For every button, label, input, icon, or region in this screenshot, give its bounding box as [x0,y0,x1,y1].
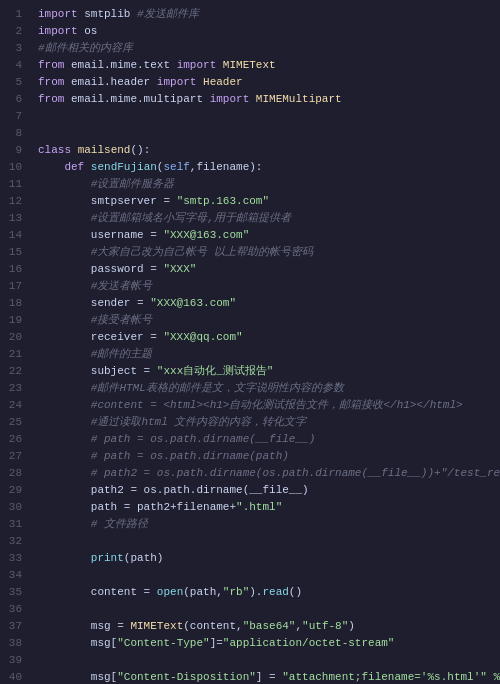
token-str: "utf-8" [302,618,348,635]
code-line: path = path2+filename+".html" [38,499,492,516]
token-kw: def [64,159,84,176]
code-line: print(path) [38,550,492,567]
token-plain [249,91,256,108]
line-number: 11 [4,176,22,193]
code-line: #邮件的主题 [38,346,492,363]
code-line: msg["Content-Type"]="application/octet-s… [38,635,492,652]
token-str: "base64" [243,618,296,635]
line-number: 1 [4,6,22,23]
code-line: class mailsend(): [38,142,492,159]
token-plain: __file__) [249,482,308,499]
token-plain [38,380,91,397]
line-number: 35 [4,584,22,601]
token-plain [196,74,203,91]
line-number: 27 [4,448,22,465]
token-str: "Content-Type" [117,635,209,652]
token-plain [38,516,91,533]
token-plain [38,550,91,567]
line-number: 26 [4,431,22,448]
token-kw: import [157,74,197,91]
token-fn: open [157,584,183,601]
line-number: 23 [4,380,22,397]
code-line [38,108,492,125]
token-plain: () [289,584,302,601]
code-line: #通过读取html 文件内容的内容，转化文字 [38,414,492,431]
code-line [38,125,492,142]
line-number: 18 [4,295,22,312]
line-number: 36 [4,601,22,618]
token-plain: os [78,23,98,40]
token-plain [38,397,91,414]
token-cm: #接受者帐号 [91,312,153,329]
token-str: "rb" [223,584,249,601]
token-plain: subject = [38,363,157,380]
token-plain [38,278,91,295]
token-plain: path = path2+filename+ [38,499,236,516]
token-fn: read [262,584,288,601]
token-plain [38,346,91,363]
token-plain: ). [249,584,262,601]
token-cm: #邮件HTML表格的邮件是文，文字说明性内容的参数 [91,380,344,397]
code-line: def sendFujian(self,filename): [38,159,492,176]
line-number: 6 [4,91,22,108]
token-plain: email.mime.text [64,57,176,74]
code-line: # 文件路径 [38,516,492,533]
token-cls: mailsend [78,142,131,159]
token-plain [38,431,91,448]
token-plain [38,159,64,176]
token-cls: MIMEMultipart [256,91,342,108]
token-cls: Header [203,74,243,91]
code-line: #大家自己改为自己帐号 以上帮助的帐号密码 [38,244,492,261]
token-plain: ,filename): [190,159,263,176]
token-plain [71,142,78,159]
code-line: import smtplib #发送邮件库 [38,6,492,23]
token-plain: (content, [183,618,242,635]
token-plain: msg[ [38,669,117,684]
token-cm: #content = <html><h1>自动化测试报告文件，邮箱接收</h1>… [91,397,463,414]
token-plain [38,414,91,431]
token-cm: # path = os.path.dirname(path) [91,448,289,465]
token-str: "attachment;filename='%s.html'" %filenam… [282,669,500,684]
line-number: 38 [4,635,22,652]
code-content[interactable]: import smtplib #发送邮件库import os#邮件相关的内容库f… [30,0,500,684]
code-line: from email.mime.multipart import MIMEMul… [38,91,492,108]
line-number: 34 [4,567,22,584]
line-number: 17 [4,278,22,295]
token-plain: (path, [183,584,223,601]
line-number: 9 [4,142,22,159]
token-kw: import [177,57,217,74]
code-line: smtpserver = "smtp.163.com" [38,193,492,210]
token-plain: , [295,618,302,635]
code-line: #设置邮件服务器 [38,176,492,193]
token-plain: smtpserver = [38,193,177,210]
token-plain: (): [130,142,150,159]
token-plain: password = [38,261,163,278]
line-number: 7 [4,108,22,125]
token-plain: ( [157,159,164,176]
token-kw: from [38,91,64,108]
line-number: 37 [4,618,22,635]
token-kw: import [210,91,250,108]
token-cm: # path = os.path.dirname(__file__) [91,431,315,448]
code-line: #content = <html><h1>自动化测试报告文件，邮箱接收</h1>… [38,397,492,414]
line-number: 19 [4,312,22,329]
token-str: "XXX@qq.com" [163,329,242,346]
line-number: 32 [4,533,22,550]
code-line: msg = MIMEText(content,"base64","utf-8") [38,618,492,635]
line-number: 12 [4,193,22,210]
code-line: import os [38,23,492,40]
line-number: 4 [4,57,22,74]
code-line: content = open(path,"rb").read() [38,584,492,601]
token-cm: #设置邮件服务器 [91,176,175,193]
line-number: 16 [4,261,22,278]
line-number: 14 [4,227,22,244]
code-line: from email.mime.text import MIMEText [38,57,492,74]
line-number-gutter: 1234567891011121314151617181920212223242… [0,0,30,684]
code-line: #设置邮箱域名小写字母,用于邮箱提供者 [38,210,492,227]
code-line: receiver = "XXX@qq.com" [38,329,492,346]
token-str: "XXX@163.com" [163,227,249,244]
line-number: 31 [4,516,22,533]
token-plain: username = [38,227,163,244]
token-plain [38,448,91,465]
code-line: # path = os.path.dirname(__file__) [38,431,492,448]
